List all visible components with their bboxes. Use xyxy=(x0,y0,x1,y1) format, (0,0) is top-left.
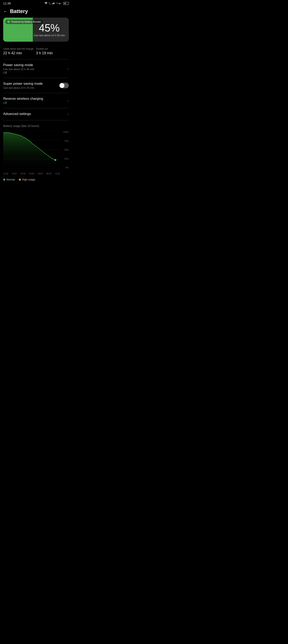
menu-item-title-advanced-settings: Advanced settings xyxy=(3,112,31,116)
y-label-25: 25% xyxy=(64,158,69,160)
chart-y-labels: 100% 75% 50% 25% 0% xyxy=(61,131,69,169)
menu-item-status-reverse-wireless: Off xyxy=(3,101,43,104)
svg-rect-4 xyxy=(59,3,59,4)
svg-rect-6 xyxy=(60,2,60,4)
stat-used-value: 22 h 42 min xyxy=(3,51,36,55)
y-label-0: 0% xyxy=(66,166,69,169)
battery-percent-section: 45% Can last about 14 h 55 min xyxy=(34,23,65,37)
status-icons: 📞 R 45 xyxy=(44,2,69,5)
status-time: 11:39 xyxy=(3,2,11,5)
menu-item-reverse-wireless[interactable]: Reverse wireless chargingOff› xyxy=(0,93,72,108)
signal-icon xyxy=(52,2,56,5)
menu-item-super-power-saving[interactable]: Super power saving modeCan last about 23… xyxy=(0,78,72,93)
page-header: ← Battery xyxy=(0,6,72,18)
chevron-icon-advanced-settings: › xyxy=(68,112,69,116)
svg-rect-7 xyxy=(61,2,61,4)
signal2-icon: R xyxy=(57,2,58,4)
menu-item-advanced-settings[interactable]: Advanced settings› xyxy=(0,108,72,120)
call-icon: 📞 xyxy=(48,2,51,5)
menu-item-title-power-saving: Power saving mode xyxy=(3,63,34,67)
toggle-knob-super-power-saving xyxy=(60,83,64,88)
menu-item-sub-power-saving: Can last about 15 h 46 min xyxy=(3,68,34,71)
y-label-100: 100% xyxy=(63,131,69,133)
chart-area xyxy=(3,131,60,169)
chart-legend: Normal High usage xyxy=(0,176,72,184)
battery-status-icon: 45 xyxy=(63,2,69,5)
stat-screen-on: Screen on 3 h 19 min xyxy=(36,47,69,55)
x-label-2000: 20:00 xyxy=(20,172,25,175)
y-label-50: 50% xyxy=(64,148,69,151)
stat-screen-label: Screen on xyxy=(36,47,69,50)
svg-rect-0 xyxy=(52,3,53,4)
chart-svg xyxy=(3,131,60,169)
wifi-icon xyxy=(44,2,48,5)
battery-chart: 100% 75% 50% 25% 0% xyxy=(3,131,69,175)
svg-rect-5 xyxy=(59,3,60,4)
shield-icon: ✓ xyxy=(7,20,10,23)
legend-high-label: High usage xyxy=(22,178,35,181)
legend-normal-dot xyxy=(3,178,5,180)
y-label-75: 75% xyxy=(64,140,69,142)
stat-used-label: Used since last full charge xyxy=(3,47,36,50)
menu-items: Power saving modeCan last about 15 h 46 … xyxy=(0,60,72,120)
chevron-icon-reverse-wireless: › xyxy=(68,98,69,103)
legend-normal-label: Normal xyxy=(6,178,15,181)
x-label-0000: 00:00 xyxy=(29,172,34,175)
menu-item-title-super-power-saving: Super power saving mode xyxy=(3,82,43,86)
svg-point-13 xyxy=(55,159,56,161)
battery-card: ✓ Powered by Battery Booster 45% Can las… xyxy=(3,18,69,42)
x-label-1600: 16:00 xyxy=(12,172,17,175)
x-label-0400: 04:00 xyxy=(38,172,43,175)
svg-rect-2 xyxy=(53,2,54,4)
signal2-bars-icon xyxy=(59,2,62,5)
legend-high-usage: High usage xyxy=(19,178,35,181)
back-button[interactable]: ← xyxy=(3,9,7,14)
x-label-1200: 12:00 xyxy=(3,172,8,175)
x-label-1200-end: 12:00 xyxy=(55,172,60,175)
battery-percent: 45% xyxy=(34,23,65,33)
menu-item-title-reverse-wireless: Reverse wireless charging xyxy=(3,97,43,101)
stats-row: Used since last full charge 22 h 42 min … xyxy=(0,45,72,59)
stat-used-since: Used since last full charge 22 h 42 min xyxy=(3,47,36,55)
chevron-icon-power-saving: › xyxy=(68,67,69,71)
page-title: Battery xyxy=(10,8,28,14)
menu-item-status-power-saving: Off xyxy=(3,71,34,74)
legend-normal: Normal xyxy=(3,178,15,181)
svg-rect-3 xyxy=(54,2,54,4)
usage-section: Battery usage (last 24 hours) 100% 75% 5… xyxy=(0,120,72,175)
status-bar: 11:39 📞 R xyxy=(0,0,72,6)
usage-title: Battery usage (last 24 hours) xyxy=(3,124,69,128)
menu-item-sub-super-power-saving: Can last about 23 h 25 min xyxy=(3,86,43,89)
menu-item-power-saving[interactable]: Power saving modeCan last about 15 h 46 … xyxy=(0,60,72,78)
legend-high-dot xyxy=(19,178,21,180)
toggle-super-power-saving[interactable] xyxy=(59,83,69,88)
chart-x-labels: 12:00 16:00 20:00 00:00 04:00 08:00 12:0… xyxy=(3,172,60,175)
stat-screen-value: 3 h 19 min xyxy=(36,51,69,55)
battery-duration: Can last about 14 h 55 min xyxy=(34,34,65,37)
svg-rect-1 xyxy=(53,3,53,4)
x-label-0800: 08:00 xyxy=(46,172,51,175)
